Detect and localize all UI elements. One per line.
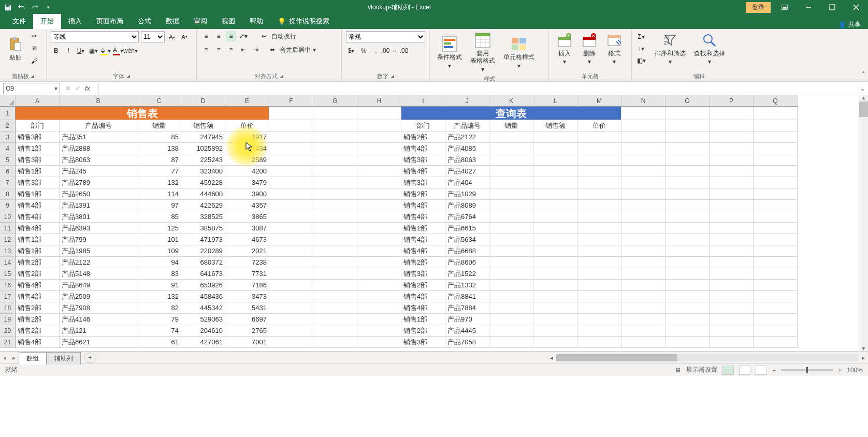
cell[interactable] [710,223,754,234]
cell[interactable]: 销售2部 [401,280,445,291]
cell[interactable] [710,280,754,291]
cell[interactable] [489,223,533,234]
cell[interactable] [533,291,577,302]
tab-file[interactable]: 文件 [5,14,33,29]
cell[interactable]: 产品404 [445,177,489,188]
cell[interactable]: 销售2部 [16,257,60,268]
display-settings-label[interactable]: 显示器设置 [686,366,717,374]
login-button[interactable]: 登录 [746,2,771,13]
cell[interactable] [357,177,401,188]
col-header-F[interactable]: F [269,95,313,107]
cell[interactable] [313,337,357,348]
cell[interactable] [621,280,666,291]
cell[interactable]: 445342 [181,302,225,314]
cell[interactable] [489,211,533,223]
tab-review[interactable]: 审阅 [186,14,214,29]
cell[interactable] [489,268,533,280]
cell[interactable]: 销售1部 [16,245,60,257]
cell[interactable]: 4200 [225,166,269,177]
cell[interactable] [489,291,533,302]
cell[interactable] [577,291,621,302]
row-header[interactable]: 21 [0,337,16,348]
cell[interactable] [710,211,754,223]
cell[interactable]: 产品2509 [60,291,137,302]
format-cells-button[interactable]: 格式▾ [603,31,626,67]
cell[interactable] [269,337,313,348]
cell[interactable] [710,245,754,257]
cell[interactable]: 销售2部 [16,268,60,280]
cell-styles-button[interactable]: 单元格样式▾ [500,35,538,70]
cell[interactable] [577,314,621,325]
cell[interactable] [754,245,798,257]
cell[interactable] [710,325,754,337]
cell[interactable] [621,291,666,302]
clear-icon[interactable]: ◧▾ [636,55,646,66]
cell[interactable] [533,177,577,188]
cell[interactable] [754,223,798,234]
cell[interactable] [533,314,577,325]
cell[interactable] [489,188,533,200]
cell[interactable]: 422629 [181,200,225,211]
cell[interactable]: 产品8063 [445,154,489,166]
cell[interactable] [754,132,798,143]
clipboard-dialog-launcher-icon[interactable]: ◢ [31,74,34,79]
cell[interactable] [666,120,710,132]
cell[interactable] [357,166,401,177]
cell[interactable] [357,120,401,132]
cell[interactable]: 225243 [181,154,225,166]
cell[interactable]: 328525 [181,211,225,223]
cell[interactable] [313,154,357,166]
cell[interactable]: 85 [137,132,181,143]
tab-view[interactable]: 视图 [214,14,242,29]
cell[interactable]: 2765 [225,325,269,337]
cell[interactable] [269,143,313,154]
vertical-scrollbar[interactable]: ▲ ▼ [859,95,868,351]
cell[interactable]: 产品4146 [60,314,137,325]
decrease-font-icon[interactable]: A▾ [179,32,190,42]
cell[interactable] [666,132,710,143]
cell[interactable] [754,211,798,223]
cell[interactable]: 产品5634 [445,234,489,245]
col-header-E[interactable]: E [225,95,269,107]
number-dialog-launcher-icon[interactable]: ◢ [390,74,394,79]
cell[interactable]: 产品351 [60,132,137,143]
cell[interactable]: 销售1部 [16,143,60,154]
cell[interactable] [489,257,533,268]
accounting-icon[interactable]: $▾ [346,46,356,56]
cell[interactable]: 产品5148 [60,268,137,280]
cell[interactable]: 销量 [489,120,533,132]
cell[interactable]: 产品8089 [445,200,489,211]
cell[interactable] [313,314,357,325]
cell[interactable]: 产品2122 [445,132,489,143]
tell-me[interactable]: 💡 操作说明搜索 [270,14,337,29]
cell[interactable] [666,188,710,200]
cell[interactable]: 部门 [401,120,445,132]
sort-filter-button[interactable]: AZ排序和筛选▾ [652,31,689,67]
cell[interactable] [710,143,754,154]
cell[interactable] [357,200,401,211]
cell[interactable] [710,154,754,166]
cell[interactable] [357,188,401,200]
cell[interactable] [621,166,666,177]
row-header[interactable]: 5 [0,154,16,166]
cell[interactable] [754,177,798,188]
row-header[interactable]: 8 [0,188,16,200]
cell[interactable]: 91 [137,280,181,291]
align-bottom-icon[interactable]: ≡ [226,31,236,41]
cell[interactable] [269,177,313,188]
cell[interactable] [754,143,798,154]
vscroll-thumb[interactable] [859,101,868,117]
cell[interactable]: 单价 [225,120,269,132]
decrease-indent-icon[interactable]: ⇤ [238,45,249,55]
ribbon-options-icon[interactable] [773,0,797,14]
cell[interactable] [313,200,357,211]
cell[interactable] [269,280,313,291]
sheet-tab-active[interactable]: 数组 [19,352,47,365]
cell[interactable] [313,234,357,245]
cell[interactable]: 83 [137,268,181,280]
align-left-icon[interactable]: ≡ [201,45,211,55]
cell[interactable] [577,200,621,211]
col-header-Q[interactable]: Q [754,95,798,107]
redo-icon[interactable] [30,3,39,12]
cell[interactable] [533,211,577,223]
